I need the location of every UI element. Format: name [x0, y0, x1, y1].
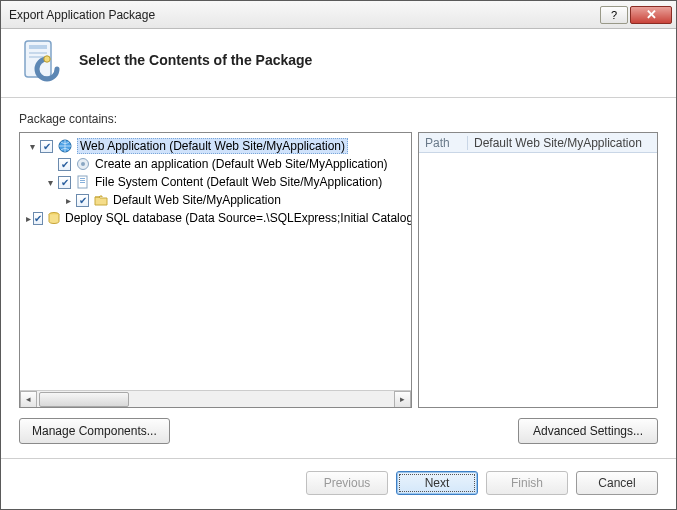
previous-button[interactable]: Previous — [306, 471, 388, 495]
wizard-body: Package contains: ▾ ✔ Web Application (D… — [1, 98, 676, 458]
tree-node-label: Web Application (Default Web Site/MyAppl… — [77, 138, 348, 154]
svg-rect-9 — [80, 178, 85, 179]
checkbox[interactable]: ✔ — [33, 212, 43, 225]
collapse-icon[interactable]: ▾ — [26, 140, 38, 152]
checkbox[interactable]: ✔ — [76, 194, 89, 207]
tree-node-create-application[interactable]: ✔ Create an application (Default Web Sit… — [22, 155, 409, 173]
titlebar: Export Application Package ? ✕ — [1, 1, 676, 29]
expand-icon[interactable]: ▸ — [62, 194, 74, 206]
horizontal-scrollbar[interactable]: ◂ ▸ — [20, 390, 411, 407]
tree-panel: ▾ ✔ Web Application (Default Web Site/My… — [19, 132, 412, 408]
property-row-path: Path Default Web Site/MyApplication — [419, 133, 657, 153]
svg-rect-10 — [80, 180, 85, 181]
help-button[interactable]: ? — [600, 6, 628, 24]
wizard-header: Select the Contents of the Package — [1, 29, 676, 98]
tree-node-web-application[interactable]: ▾ ✔ Web Application (Default Web Site/My… — [22, 137, 409, 155]
package-icon — [19, 37, 65, 83]
manage-components-button[interactable]: Manage Components... — [19, 418, 170, 444]
scroll-right-icon[interactable]: ▸ — [394, 391, 411, 408]
tree-node-file-system-content[interactable]: ▾ ✔ File System Content (Default Web Sit… — [22, 173, 409, 191]
property-value: Default Web Site/MyApplication — [467, 136, 657, 150]
collapse-icon[interactable]: ▾ — [44, 176, 56, 188]
button-label: Advanced Settings... — [533, 424, 643, 438]
finish-button[interactable]: Finish — [486, 471, 568, 495]
svg-rect-2 — [29, 52, 47, 54]
button-label: Finish — [511, 476, 543, 490]
mid-button-row: Manage Components... Advanced Settings..… — [19, 418, 658, 444]
scroll-left-icon[interactable]: ◂ — [20, 391, 37, 408]
wizard-footer: Previous Next Finish Cancel — [1, 459, 676, 509]
scroll-track[interactable] — [37, 391, 394, 408]
database-icon — [47, 210, 61, 226]
svg-point-7 — [81, 162, 85, 166]
tree-node-label: Default Web Site/MyApplication — [113, 193, 281, 207]
advanced-settings-button[interactable]: Advanced Settings... — [518, 418, 658, 444]
tree-node-label: Deploy SQL database (Data Source=.\SQLEx… — [65, 211, 411, 225]
button-label: Next — [425, 476, 450, 490]
scroll-thumb[interactable] — [39, 392, 129, 407]
folder-icon — [93, 192, 109, 208]
checkbox[interactable]: ✔ — [40, 140, 53, 153]
checkbox[interactable]: ✔ — [58, 176, 71, 189]
tree-node-deploy-sql[interactable]: ▸ ✔ Deploy SQL database (Data Source=.\S… — [22, 209, 409, 227]
svg-point-4 — [44, 56, 50, 62]
svg-rect-11 — [80, 182, 85, 183]
wizard-title: Select the Contents of the Package — [79, 52, 312, 68]
button-label: Previous — [324, 476, 371, 490]
close-button[interactable]: ✕ — [630, 6, 672, 24]
gear-icon — [75, 156, 91, 172]
dialog-window: Export Application Package ? ✕ Select th… — [0, 0, 677, 510]
spacer — [170, 418, 518, 444]
button-label: Manage Components... — [32, 424, 157, 438]
button-label: Cancel — [598, 476, 635, 490]
svg-rect-1 — [29, 45, 47, 49]
document-icon — [75, 174, 91, 190]
tree-node-label: File System Content (Default Web Site/My… — [95, 175, 382, 189]
expand-placeholder — [44, 158, 56, 170]
globe-icon — [57, 138, 73, 154]
contents-label: Package contains: — [19, 112, 658, 126]
window-title: Export Application Package — [9, 8, 598, 22]
expand-icon[interactable]: ▸ — [26, 212, 31, 224]
properties-panel: Path Default Web Site/MyApplication — [418, 132, 658, 408]
tree-node-site-folder[interactable]: ▸ ✔ Default Web Site/MyApplication — [22, 191, 409, 209]
next-button[interactable]: Next — [396, 471, 478, 495]
tree-node-label: Create an application (Default Web Site/… — [95, 157, 388, 171]
package-tree[interactable]: ▾ ✔ Web Application (Default Web Site/My… — [20, 133, 411, 231]
cancel-button[interactable]: Cancel — [576, 471, 658, 495]
checkbox[interactable]: ✔ — [58, 158, 71, 171]
panels: ▾ ✔ Web Application (Default Web Site/My… — [19, 132, 658, 408]
close-icon: ✕ — [646, 7, 657, 22]
property-key: Path — [419, 136, 467, 150]
